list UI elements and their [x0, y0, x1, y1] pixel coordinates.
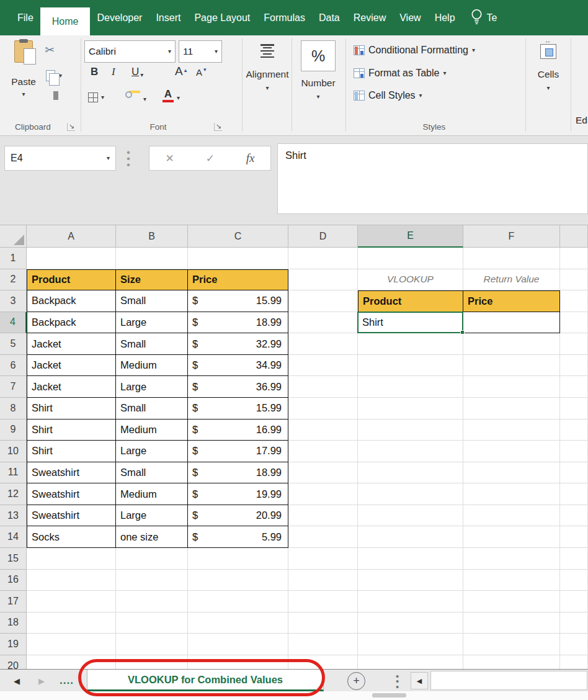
cell-G14[interactable]: [560, 526, 588, 548]
cell-A13[interactable]: Sweatshirt: [27, 505, 116, 527]
cell-D18[interactable]: [288, 612, 358, 634]
cell-G7[interactable]: [560, 376, 588, 398]
cancel-icon[interactable]: ✕: [165, 152, 174, 165]
cell-A9[interactable]: Shirt: [27, 420, 116, 441]
next-sheet-button[interactable]: ▶: [38, 670, 45, 692]
cell-G11[interactable]: [560, 462, 588, 484]
cell-D16[interactable]: [288, 570, 358, 591]
cell-D20[interactable]: [288, 655, 358, 669]
cell-D4[interactable]: [288, 312, 358, 334]
cell-G10[interactable]: [560, 441, 588, 462]
formula-bar-input[interactable]: Shirt: [277, 143, 588, 214]
tab-bar-options-handle[interactable]: • • •: [396, 674, 399, 689]
cell-B14[interactable]: one size: [116, 526, 188, 548]
name-box-resize-handle[interactable]: • • •: [127, 150, 130, 169]
tab-file[interactable]: File: [11, 0, 40, 35]
previous-sheet-button[interactable]: ◀: [14, 670, 20, 692]
row-header-9[interactable]: 9: [0, 420, 27, 441]
name-box[interactable]: E4 ▾: [4, 146, 116, 171]
column-header-B[interactable]: B: [116, 225, 188, 248]
number-format-button[interactable]: % Number ▾: [299, 40, 337, 100]
add-sheet-button[interactable]: +: [347, 672, 365, 690]
copy-button[interactable]: ▾: [46, 70, 62, 81]
cell-A19[interactable]: [27, 634, 116, 655]
cell-G13[interactable]: [560, 505, 588, 527]
insert-function-icon[interactable]: fx: [246, 151, 255, 165]
cell-C13[interactable]: $20.99: [188, 505, 288, 527]
cell-B11[interactable]: Small: [116, 462, 188, 484]
scroll-left-button[interactable]: ◀: [411, 672, 428, 689]
cell-A20[interactable]: [27, 655, 116, 669]
conditional-formatting-button[interactable]: Conditional Formatting▾: [354, 45, 475, 56]
cell-C11[interactable]: $18.99: [188, 462, 288, 484]
row-header-13[interactable]: 13: [0, 505, 27, 527]
cell-E15[interactable]: [358, 548, 463, 570]
bold-button[interactable]: B: [91, 66, 98, 78]
row-header-20[interactable]: 20: [0, 655, 27, 669]
cell-A11[interactable]: Sweatshirt: [27, 462, 116, 484]
cell-D17[interactable]: [288, 591, 358, 612]
cell-C6[interactable]: $34.99: [188, 355, 288, 377]
cell-E19[interactable]: [358, 634, 463, 655]
row-header-14[interactable]: 14: [0, 526, 27, 548]
cell-D8[interactable]: [288, 398, 358, 420]
row-header-19[interactable]: 19: [0, 634, 27, 655]
cell-E18[interactable]: [358, 612, 463, 634]
cell-B19[interactable]: [116, 634, 188, 655]
cell-B9[interactable]: Medium: [116, 420, 188, 441]
row-header-3[interactable]: 3: [0, 290, 27, 312]
cell-G1[interactable]: [560, 248, 588, 269]
cell-C9[interactable]: $16.99: [188, 420, 288, 441]
cell-B17[interactable]: [116, 591, 188, 612]
font-color-button[interactable]: A ▾: [163, 89, 180, 102]
cell-E14[interactable]: [358, 526, 463, 548]
cell-A8[interactable]: Shirt: [27, 398, 116, 420]
cell-E11[interactable]: [358, 462, 463, 484]
cell-styles-button[interactable]: Cell Styles▾: [354, 90, 422, 101]
cells-button[interactable]: Cells ▾: [530, 44, 566, 91]
cell-G9[interactable]: [560, 420, 588, 441]
cell-D12[interactable]: [288, 483, 358, 505]
cell-D9[interactable]: [288, 420, 358, 441]
cell-D19[interactable]: [288, 634, 358, 655]
cell-F5[interactable]: [463, 333, 560, 355]
cell-F7[interactable]: [463, 376, 560, 398]
fill-color-button[interactable]: ▾: [129, 90, 146, 102]
column-header-partial[interactable]: [560, 225, 588, 248]
cell-G5[interactable]: [560, 333, 588, 355]
cell-F1[interactable]: [463, 248, 560, 269]
tab-data[interactable]: Data: [312, 0, 347, 35]
cell-G17[interactable]: [560, 591, 588, 612]
cell-A4[interactable]: Backpack: [27, 312, 116, 334]
cell-G3[interactable]: [560, 290, 588, 312]
cell-B2[interactable]: Size: [116, 269, 188, 291]
cell-B20[interactable]: [116, 655, 188, 669]
borders-button[interactable]: ▾: [88, 92, 104, 102]
row-header-8[interactable]: 8: [0, 398, 27, 420]
cell-B13[interactable]: Large: [116, 505, 188, 527]
cell-F3[interactable]: Price: [463, 290, 560, 312]
cell-E4[interactable]: Shirt: [358, 312, 463, 334]
font-name-combobox[interactable]: Calibri ▾: [84, 40, 176, 63]
cell-F16[interactable]: [463, 570, 560, 591]
cell-D13[interactable]: [288, 505, 358, 527]
cell-G8[interactable]: [560, 398, 588, 420]
cell-D11[interactable]: [288, 462, 358, 484]
cell-C16[interactable]: [188, 570, 288, 591]
cell-A15[interactable]: [27, 548, 116, 570]
tab-formulas[interactable]: Formulas: [257, 0, 312, 35]
tab-insert[interactable]: Insert: [149, 0, 187, 35]
cell-F17[interactable]: [463, 591, 560, 612]
horizontal-scrollbar[interactable]: [430, 671, 587, 690]
cell-C10[interactable]: $17.99: [188, 441, 288, 462]
row-header-4[interactable]: 4: [0, 312, 27, 334]
cell-G20[interactable]: [560, 655, 588, 669]
cell-F9[interactable]: [463, 420, 560, 441]
cell-E2[interactable]: VLOOKUP: [358, 269, 463, 291]
cell-C14[interactable]: $5.99: [188, 526, 288, 548]
row-header-18[interactable]: 18: [0, 612, 27, 634]
clipboard-dialog-launcher[interactable]: ↘: [67, 123, 75, 131]
cell-A6[interactable]: Jacket: [27, 355, 116, 377]
cell-F15[interactable]: [463, 548, 560, 570]
cell-E9[interactable]: [358, 420, 463, 441]
